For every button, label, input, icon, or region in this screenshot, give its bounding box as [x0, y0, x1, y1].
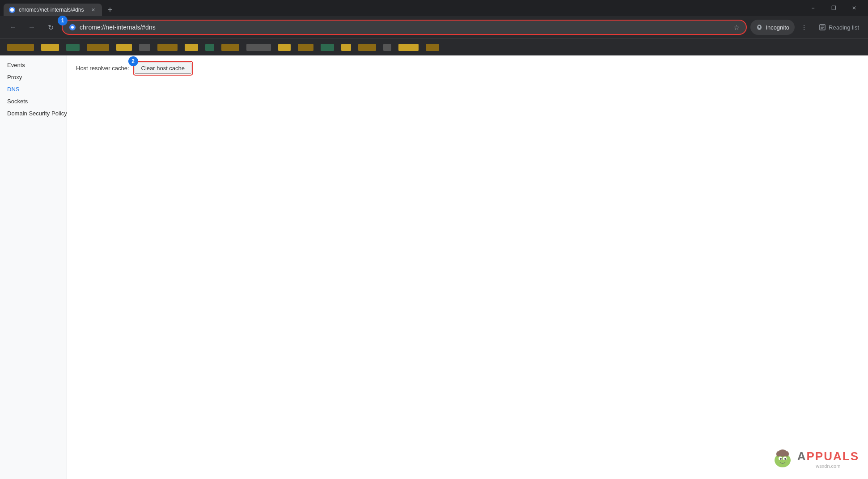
bookmark-star-icon[interactable]: ☆ [733, 23, 740, 32]
svg-point-13 [776, 451, 780, 457]
address-input-container[interactable]: 1 chrome://net-internals/#dns ☆ [62, 20, 747, 35]
svg-point-10 [780, 458, 782, 460]
watermark-domain: wsxdn.com [816, 463, 840, 469]
bookmark-item[interactable] [422, 41, 443, 54]
bookmark-item[interactable] [395, 41, 422, 54]
svg-point-1 [71, 26, 74, 29]
bookmarks-bar [0, 38, 868, 55]
bookmark-item[interactable] [135, 41, 154, 54]
bookmark-item[interactable] [113, 41, 135, 54]
reading-list-button[interactable]: Reading list [815, 22, 863, 33]
main-area: Host resolver cache: 2 Clear host cache [67, 55, 868, 479]
bookmark-item[interactable] [243, 41, 275, 54]
tab-bar: chrome://net-internals/#dns ✕ + [4, 0, 116, 16]
tab-close-button[interactable]: ✕ [89, 6, 97, 13]
bookmark-item[interactable] [83, 41, 113, 54]
reading-list-label: Reading list [829, 24, 859, 31]
tab-title: chrome://net-internals/#dns [19, 7, 86, 13]
watermark-text-block: APPUALS wsxdn.com [797, 449, 859, 469]
bookmark-item[interactable] [202, 41, 218, 54]
bookmark-item[interactable] [380, 41, 395, 54]
reading-list-icon [819, 24, 826, 31]
sidebar-item-events[interactable]: Events [0, 59, 67, 71]
bookmark-item[interactable] [181, 41, 202, 54]
sidebar: Events Proxy DNS Sockets Domain Security… [0, 55, 67, 479]
tab-favicon [9, 7, 15, 13]
svg-point-2 [758, 26, 760, 28]
bookmark-item[interactable] [154, 41, 181, 54]
bookmark-item[interactable] [63, 41, 83, 54]
menu-button[interactable]: ⋮ [796, 20, 812, 35]
maximize-button[interactable]: ❐ [823, 0, 844, 16]
incognito-button[interactable]: Incognito [750, 20, 795, 35]
bookmark-item[interactable] [294, 41, 317, 54]
bookmark-item[interactable] [275, 41, 294, 54]
address-bar-row: ← → ↻ 1 chrome://net-internals/#dns ☆ In… [0, 16, 868, 38]
watermark-brand: APPUALS [797, 449, 859, 463]
bookmark-item[interactable] [218, 41, 243, 54]
minimize-button[interactable]: − [803, 0, 823, 16]
svg-point-11 [784, 458, 786, 460]
back-button[interactable]: ← [5, 20, 21, 35]
clear-host-cache-button[interactable]: Clear host cache [135, 63, 192, 74]
url-display: chrome://net-internals/#dns [80, 24, 730, 31]
watermark: APPUALS wsxdn.com [771, 448, 859, 470]
watermark-icon [771, 448, 794, 470]
toolbar-right: Incognito ⋮ [750, 20, 812, 35]
clear-cache-wrapper: 2 Clear host cache [135, 63, 192, 74]
bookmark-item[interactable] [4, 41, 38, 54]
browser-frame: chrome://net-internals/#dns ✕ + − ❐ ✕ ← … [0, 0, 868, 479]
forward-button[interactable]: → [24, 20, 39, 35]
sidebar-item-sockets[interactable]: Sockets [0, 95, 67, 107]
bookmark-item[interactable] [38, 41, 63, 54]
page-content: Events Proxy DNS Sockets Domain Security… [0, 55, 868, 479]
sidebar-item-proxy[interactable]: Proxy [0, 71, 67, 83]
annotation-2-badge: 2 [128, 56, 138, 66]
svg-point-14 [785, 451, 789, 457]
bookmark-item[interactable] [338, 41, 355, 54]
incognito-label: Incognito [766, 24, 789, 31]
sidebar-item-dns[interactable]: DNS [0, 83, 67, 95]
active-tab[interactable]: chrome://net-internals/#dns ✕ [4, 4, 102, 16]
watermark-brand-accent: PPUALS [807, 449, 859, 463]
close-button[interactable]: ✕ [844, 0, 864, 16]
new-tab-button[interactable]: + [104, 4, 116, 16]
dns-row: Host resolver cache: 2 Clear host cache [76, 63, 859, 74]
window-controls: − ❐ ✕ [803, 0, 864, 16]
refresh-button[interactable]: ↻ [43, 20, 58, 35]
title-bar: chrome://net-internals/#dns ✕ + − ❐ ✕ [0, 0, 868, 16]
bookmark-item[interactable] [317, 41, 338, 54]
incognito-icon [756, 24, 763, 31]
host-resolver-label: Host resolver cache: [76, 65, 129, 72]
bookmark-item[interactable] [355, 41, 380, 54]
annotation-1-badge: 1 [58, 16, 68, 25]
chrome-icon [69, 24, 76, 31]
sidebar-item-domain-security-policy[interactable]: Domain Security Policy [0, 107, 67, 119]
